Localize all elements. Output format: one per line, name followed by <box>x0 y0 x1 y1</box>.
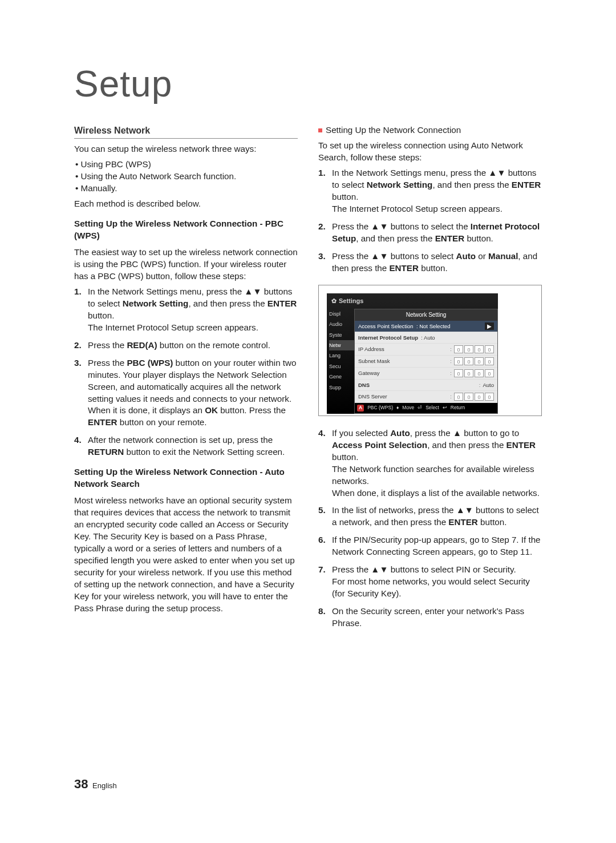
auto-search-body: Most wireless networks have an optional … <box>74 495 298 615</box>
gear-icon: ✿ <box>331 297 337 305</box>
settings-screenshot: ✿ Settings Displ Audio Syste Netw Lang S… <box>318 285 542 416</box>
step: 2. Press the ▲▼ buttons to select the In… <box>318 221 542 245</box>
right-steps-b: 4. If you selected Auto, press the ▲ but… <box>318 427 542 630</box>
step: 7. Press the ▲▼ buttons to select PIN or… <box>318 564 542 600</box>
list-item: Using PBC (WPS) <box>75 159 298 171</box>
access-point-row: Access Point Selection : Not Selected ▶ <box>355 321 497 332</box>
wireless-network-heading: Wireless Network <box>74 124 298 139</box>
list-item: Using the Auto Network Search function. <box>75 171 298 183</box>
right-intro: To set up the wireless connection using … <box>318 140 542 164</box>
settings-sidebar: Displ Audio Syste Netw Lang Secu Gene Su… <box>327 309 354 414</box>
page-footer: 38 English <box>74 777 117 792</box>
page-language: English <box>92 781 117 790</box>
step: 6. If the PIN/Security pop-up appears, g… <box>318 534 542 558</box>
page-number: 38 <box>74 777 88 791</box>
step: 4. If you selected Auto, press the ▲ but… <box>318 427 542 499</box>
pbc-steps: 1. In the Network Settings menu, press t… <box>74 286 298 459</box>
left-column: Wireless Network You can setup the wirel… <box>74 124 298 635</box>
pbc-wps-intro: The easiest way to set up the wireless n… <box>74 247 298 283</box>
step: 2. Press the RED(A) button on the remote… <box>74 340 298 352</box>
step: 4. After the network connection is set u… <box>74 434 298 458</box>
list-item: Manually. <box>75 183 298 195</box>
intro-text: You can setup the wireless network three… <box>74 143 298 155</box>
intro-after: Each method is described below. <box>74 198 298 210</box>
auto-search-title: Setting Up the Wireless Network Connecti… <box>74 466 298 490</box>
step: 8. On the Security screen, enter your ne… <box>318 606 542 630</box>
setup-connection-heading: Setting Up the Network Connection <box>318 124 542 136</box>
network-setting-panel: Network Setting Access Point Selection :… <box>354 309 498 414</box>
right-column: Setting Up the Network Connection To set… <box>318 124 542 635</box>
step: 3. Press the ▲▼ buttons to select Auto o… <box>318 251 542 275</box>
pbc-wps-title: Setting Up the Wireless Network Connecti… <box>74 218 298 242</box>
step: 1. In the Network Settings menu, press t… <box>74 286 298 334</box>
step: 5. In the list of networks, press the ▲▼… <box>318 505 542 529</box>
square-icon <box>318 128 322 132</box>
chevron-right-icon: ▶ <box>485 322 494 330</box>
right-steps-a: 1. In the Network Settings menu, press t… <box>318 167 542 275</box>
settings-title: Settings <box>339 297 363 305</box>
step: 3. Press the PBC (WPS) button on your ro… <box>74 357 298 429</box>
page-title: Setup <box>74 63 542 105</box>
method-list: Using PBC (WPS) Using the Auto Network S… <box>74 159 298 195</box>
red-a-icon: A <box>357 405 364 412</box>
step: 1. In the Network Settings menu, press t… <box>318 167 542 215</box>
